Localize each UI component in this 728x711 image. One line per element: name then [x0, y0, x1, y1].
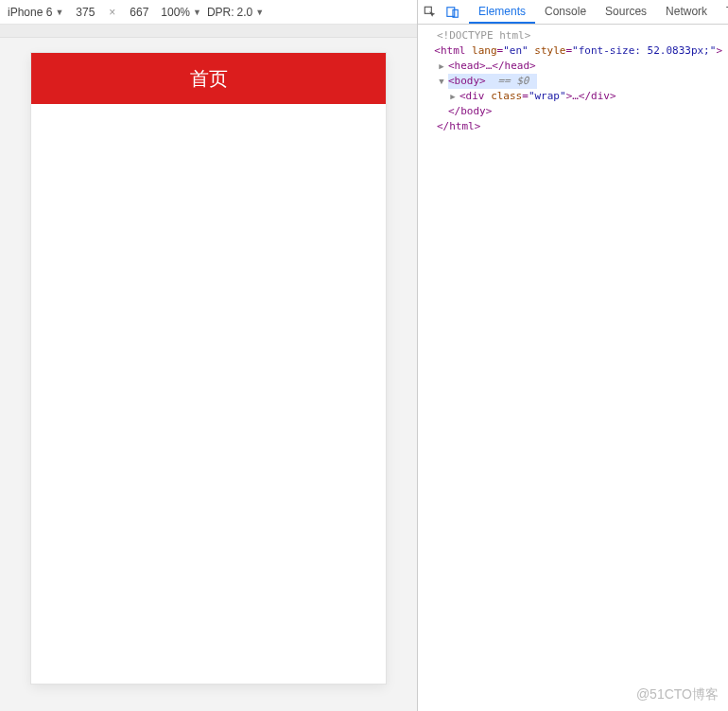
device-name: iPhone 6 [8, 6, 52, 19]
dpr-value: 2.0 [237, 6, 253, 19]
chevron-down-icon: ▼ [255, 8, 264, 17]
dpr-label: DPR: [207, 6, 234, 19]
devtools-toolbar: Elements Console Sources Network T [418, 0, 728, 25]
dimension-separator: × [109, 6, 115, 19]
dom-doctype[interactable]: <!DOCTYPE html> [424, 28, 722, 43]
dom-html-open[interactable]: <html lang="en" style="font-size: 52.083… [424, 43, 722, 59]
dom-head[interactable]: ▶ <head>…</head> [424, 59, 722, 74]
devtools-tabs: Elements Console Sources Network T [469, 0, 728, 24]
zoom-value: 100% [161, 6, 190, 19]
dom-body-close[interactable]: </body> [424, 104, 722, 119]
device-frame[interactable]: 首页 [31, 53, 386, 684]
collapse-icon[interactable]: ▼ [435, 74, 448, 89]
dom-div-wrap[interactable]: ▶ <div class="wrap">…</div> [424, 89, 722, 104]
chevron-down-icon: ▼ [55, 8, 63, 17]
dom-html-close[interactable]: </html> [424, 119, 722, 134]
app-title: 首页 [190, 66, 228, 92]
svg-rect-1 [447, 7, 455, 16]
dpr-selector[interactable]: DPR: 2.0 ▼ [207, 6, 264, 19]
viewport-width[interactable]: 375 [69, 6, 101, 19]
device-toolbar: iPhone 6 ▼ 375 × 667 100% ▼ DPR: 2.0 ▼ [0, 0, 417, 25]
zoom-selector[interactable]: 100% ▼ [161, 6, 201, 19]
ruler [0, 25, 417, 38]
dom-tree[interactable]: <!DOCTYPE html> <html lang="en" style="f… [418, 25, 728, 138]
tab-network[interactable]: Network [656, 0, 717, 24]
watermark: @51CTO博客 [636, 686, 719, 703]
device-toggle-icon[interactable] [446, 5, 459, 20]
dom-body-open[interactable]: ▼ <body> == $0 [424, 74, 722, 89]
tab-sources[interactable]: Sources [596, 0, 656, 24]
devtools-panel: Elements Console Sources Network T <!DOC… [418, 0, 728, 711]
expand-icon[interactable]: ▶ [446, 89, 459, 104]
app-header: 首页 [31, 53, 386, 104]
expand-icon[interactable]: ▶ [435, 59, 448, 74]
tab-console[interactable]: Console [535, 0, 596, 24]
device-stage: 首页 [0, 38, 417, 711]
tab-elements[interactable]: Elements [469, 0, 535, 24]
device-selector[interactable]: iPhone 6 ▼ [8, 6, 63, 19]
device-pane: iPhone 6 ▼ 375 × 667 100% ▼ DPR: 2.0 ▼ 首… [0, 0, 418, 711]
inspect-icon[interactable] [424, 5, 437, 20]
chevron-down-icon: ▼ [193, 8, 201, 17]
devtools-window: iPhone 6 ▼ 375 × 667 100% ▼ DPR: 2.0 ▼ 首… [0, 0, 728, 711]
selection-marker: == $0 [497, 75, 529, 87]
tab-truncated[interactable]: T [717, 0, 728, 24]
viewport-height[interactable]: 667 [123, 6, 155, 19]
